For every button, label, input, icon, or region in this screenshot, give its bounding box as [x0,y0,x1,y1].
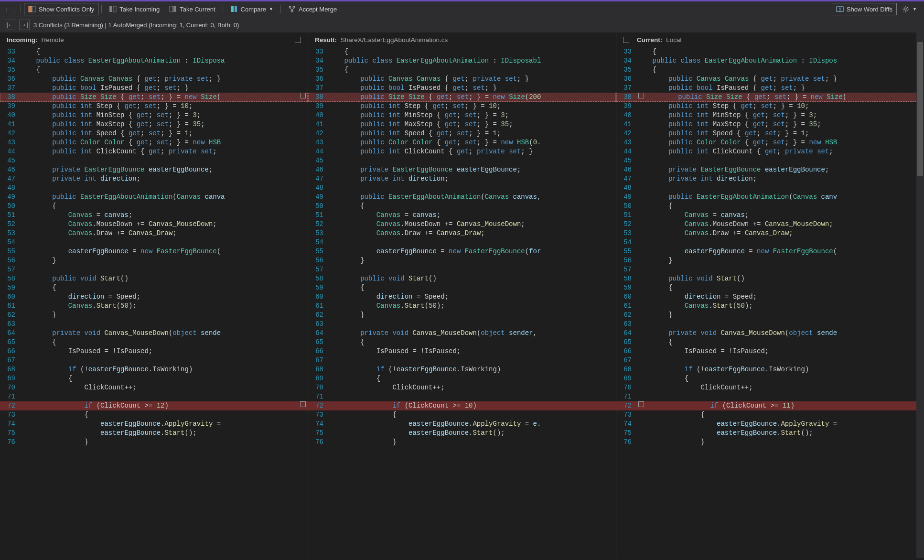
line-number: 72 [0,401,20,410]
conflict-checkbox[interactable] [638,93,644,98]
compare-button[interactable]: Compare ▼ [226,3,278,15]
line-text: ClickCount++; [20,383,308,392]
line-text: { [636,338,916,347]
current-pane: Current: Local 33 {34 public class Easte… [616,32,916,558]
settings-button[interactable]: ▼ [898,3,921,15]
code-line: 50 { [0,202,308,211]
line-number: 71 [0,392,20,401]
pane-checkbox[interactable] [623,37,629,43]
line-text: Canvas = canvas; [328,211,616,220]
svg-point-12 [905,8,907,11]
btn-label: Take Incoming [119,6,160,13]
code-line: 65 { [616,338,916,347]
line-number: 50 [308,202,328,211]
line-number: 58 [0,274,20,283]
line-number: 55 [0,247,20,256]
code-line: 53 Canvas.Draw += Canvas_Draw; [0,229,308,238]
code-line: 36 public Canvas Canvas { get; private s… [308,75,616,84]
line-number: 60 [616,292,636,302]
line-text: public bool IsPaused { get; set; } [328,84,616,93]
code-line: 69 { [0,374,308,383]
conflict-checkbox[interactable] [300,401,306,407]
line-number: 41 [0,120,20,129]
current-code[interactable]: 33 {34 public class EasterEggAboutAnimat… [616,47,916,558]
code-line: 70 ClickCount++; [0,383,308,392]
line-text: public bool IsPaused { get; set; } [636,84,916,93]
code-line: 47 private int direction; [308,174,616,183]
incoming-pane: Incoming: Remote 33 {34 public class Eas… [0,32,308,558]
incoming-code[interactable]: 33 {34 public class EasterEggAboutAnimat… [0,47,308,558]
line-number: 63 [0,320,20,329]
line-number: 58 [308,274,328,283]
line-text: { [636,47,916,56]
svg-rect-5 [173,6,176,12]
code-line: 55 easterEggBounce = new EasterEggBounce… [308,247,616,256]
code-line: 39 public int Step { get; set; } = 10; [308,102,616,111]
code-line: 68 if (!easterEggBounce.IsWorking) [616,365,916,374]
code-line: 69 { [616,374,916,383]
line-number: 40 [0,111,20,120]
take-incoming-button[interactable]: Take Incoming [105,3,164,15]
code-line: 46 private EasterEggBounce easterEggBoun… [308,165,616,174]
pane-checkbox[interactable] [295,37,301,43]
code-line: 63 [0,320,308,329]
line-text: easterEggBounce.ApplyGravity = e. [328,420,616,429]
line-text [328,392,616,401]
line-number: 37 [308,84,328,93]
line-number: 57 [308,265,328,274]
line-text: easterEggBounce = new EasterEggBounce(fo… [328,247,616,256]
nav-last-button[interactable]: →| [19,20,30,30]
show-word-diffs-button[interactable]: Show Word Diffs [832,3,897,15]
line-text: private void Canvas_MouseDown(object sen… [636,329,916,338]
code-line: 67 [0,356,308,365]
code-line: 53 Canvas.Draw += Canvas_Draw; [616,229,916,238]
code-line: 49 public EasterEggAboutAnimation(Canvas… [0,193,308,202]
code-line: 71 [616,392,916,401]
status-text: 3 Conflicts (3 Remaining) | 1 AutoMerged… [33,22,239,29]
line-text: } [328,256,616,265]
line-text: Canvas.Start(50); [636,302,916,311]
line-text: if (ClickCount >= 11) [646,401,916,410]
line-text: } [636,256,916,265]
code-line: 42 public int Speed { get; set; } = 1; [616,129,916,138]
line-number: 46 [308,165,328,174]
line-text: Canvas = canvas; [20,211,308,220]
merge-toolbar: ↑ ↓ Show Conflicts Only Take Incoming Ta… [0,1,924,17]
show-conflicts-only-button[interactable]: Show Conflicts Only [24,3,98,15]
code-line: 50 { [616,202,916,211]
line-text: public int Step { get; set; } = 10; [636,102,916,111]
result-code[interactable]: 33 {34 public class EasterEggAboutAnimat… [308,47,616,558]
code-line: 38 public Size Size { get; set; } = new … [0,93,308,102]
line-number: 62 [308,311,328,320]
vertical-scrollbar[interactable] [916,32,924,558]
code-line: 75 easterEggBounce.Start(); [0,429,308,438]
code-line: 74 easterEggBounce.ApplyGravity = e. [308,420,616,429]
down-arrow-icon[interactable]: ↓ [11,5,18,14]
line-text: private int direction; [636,174,916,183]
line-text: private void Canvas_MouseDown(object sen… [20,329,308,338]
code-line: 72 if (ClickCount >= 10) [308,401,616,410]
line-text: private EasterEggBounce easterEggBounce; [20,165,308,174]
line-text: direction = Speed; [636,292,916,302]
line-number: 70 [616,383,636,392]
line-text: { [20,202,308,211]
line-number: 70 [308,383,328,392]
line-number: 41 [616,120,636,129]
svg-rect-6 [231,6,234,12]
code-line: 70 ClickCount++; [308,383,616,392]
accept-merge-button[interactable]: Accept Merge [284,3,341,15]
conflict-checkbox[interactable] [300,93,306,98]
take-current-button[interactable]: Take Current [165,3,219,15]
up-arrow-icon[interactable]: ↑ [3,5,10,14]
line-number: 68 [616,365,636,374]
line-number: 48 [616,183,636,193]
nav-first-button[interactable]: |← [5,20,15,30]
line-number: 35 [0,65,20,75]
line-number: 75 [308,429,328,438]
line-number: 72 [308,401,328,410]
line-number: 45 [308,156,328,165]
line-number: 40 [308,111,328,120]
conflict-checkbox[interactable] [638,401,644,407]
code-line: 48 [0,183,308,193]
code-line: 57 [308,265,616,274]
